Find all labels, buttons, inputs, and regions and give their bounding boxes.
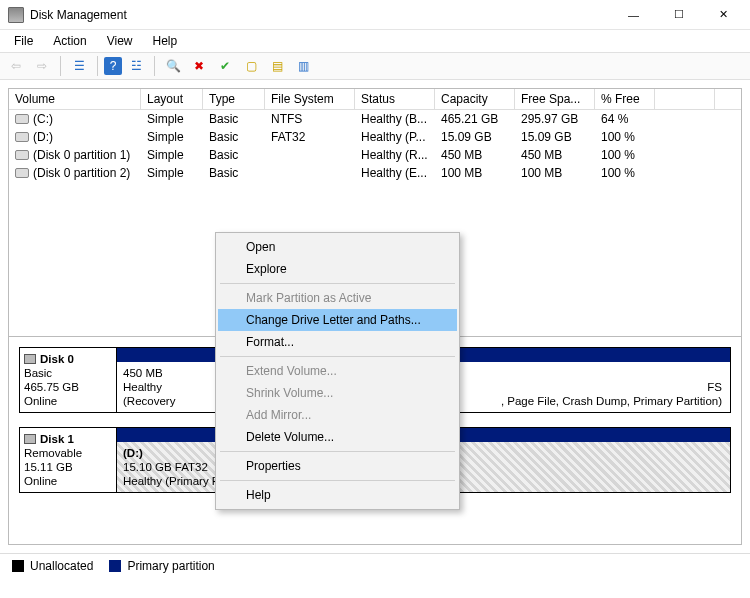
help-icon[interactable]: ?: [104, 57, 122, 75]
partition-header: [117, 348, 219, 362]
vol-layout: Simple: [141, 129, 203, 145]
disk-type: Removable: [24, 446, 112, 460]
cm-separator: [220, 283, 455, 284]
toolbar-separator: [97, 56, 98, 76]
vol-name: (Disk 0 partition 2): [33, 166, 130, 180]
toolbar-action-icon[interactable]: 🔍: [161, 54, 185, 78]
legend-primary: Primary partition: [109, 558, 214, 573]
cm-extend-volume[interactable]: Extend Volume...: [218, 360, 457, 382]
cm-format[interactable]: Format...: [218, 331, 457, 353]
vol-layout: Simple: [141, 111, 203, 127]
cm-add-mirror[interactable]: Add Mirror...: [218, 404, 457, 426]
vol-status: Healthy (B...: [355, 111, 435, 127]
menu-view[interactable]: View: [97, 32, 143, 50]
vol-capacity: 100 MB: [435, 165, 515, 181]
volume-row[interactable]: (D:) Simple Basic FAT32 Healthy (P... 15…: [9, 128, 741, 146]
vol-fs: [265, 147, 355, 163]
vol-layout: Simple: [141, 165, 203, 181]
toolbar-separator: [154, 56, 155, 76]
cm-mark-partition-active[interactable]: Mark Partition as Active: [218, 287, 457, 309]
vol-type: Basic: [203, 165, 265, 181]
vol-free: 295.97 GB: [515, 111, 595, 127]
volume-icon: [15, 114, 29, 124]
vol-pct: 100 %: [595, 147, 655, 163]
forward-button[interactable]: ⇨: [30, 54, 54, 78]
titlebar: Disk Management — ☐ ✕: [0, 0, 750, 30]
vol-type: Basic: [203, 147, 265, 163]
window-controls: — ☐ ✕: [611, 0, 746, 29]
vol-name: (Disk 0 partition 1): [33, 148, 130, 162]
col-capacity[interactable]: Capacity: [435, 89, 515, 109]
col-pctfree[interactable]: % Free: [595, 89, 655, 109]
toolbar-new-icon[interactable]: ▢: [239, 54, 263, 78]
app-icon: [8, 7, 24, 23]
col-status[interactable]: Status: [355, 89, 435, 109]
vol-pct: 100 %: [595, 165, 655, 181]
partition-size: 450 MB: [123, 366, 213, 380]
vol-free: 450 MB: [515, 147, 595, 163]
disk-type: Basic: [24, 366, 112, 380]
vol-fs: FAT32: [265, 129, 355, 145]
vol-type: Basic: [203, 129, 265, 145]
back-button[interactable]: ⇦: [4, 54, 28, 78]
delete-icon[interactable]: ✖: [187, 54, 211, 78]
vol-capacity: 465.21 GB: [435, 111, 515, 127]
cm-delete-volume[interactable]: Delete Volume...: [218, 426, 457, 448]
disk-state: Online: [24, 394, 112, 408]
cm-separator: [220, 451, 455, 452]
disk-icon: [24, 434, 36, 444]
legend: Unallocated Primary partition: [0, 553, 750, 577]
cm-properties[interactable]: Properties: [218, 455, 457, 477]
cm-change-drive-letter[interactable]: Change Drive Letter and Paths...: [218, 309, 457, 331]
toolbar-list-icon[interactable]: ▥: [291, 54, 315, 78]
disk-label[interactable]: Disk 1 Removable 15.11 GB Online: [19, 427, 117, 493]
col-volume[interactable]: Volume: [9, 89, 141, 109]
menu-action[interactable]: Action: [43, 32, 96, 50]
volume-row[interactable]: (C:) Simple Basic NTFS Healthy (B... 465…: [9, 110, 741, 128]
vol-status: Healthy (E...: [355, 165, 435, 181]
col-freespace[interactable]: Free Spa...: [515, 89, 595, 109]
volume-icon: [15, 150, 29, 160]
menu-help[interactable]: Help: [143, 32, 188, 50]
disk-size: 465.75 GB: [24, 380, 112, 394]
toolbar-separator: [60, 56, 61, 76]
volume-icon: [15, 132, 29, 142]
toolbar-check-icon[interactable]: ✔: [213, 54, 237, 78]
volume-row[interactable]: (Disk 0 partition 1) Simple Basic Health…: [9, 146, 741, 164]
col-layout[interactable]: Layout: [141, 89, 203, 109]
toolbar-show-hide[interactable]: ☰: [67, 54, 91, 78]
close-button[interactable]: ✕: [701, 0, 746, 29]
col-filesystem[interactable]: File System: [265, 89, 355, 109]
disk-label[interactable]: Disk 0 Basic 465.75 GB Online: [19, 347, 117, 413]
vol-type: Basic: [203, 111, 265, 127]
cm-open[interactable]: Open: [218, 236, 457, 258]
cm-shrink-volume[interactable]: Shrink Volume...: [218, 382, 457, 404]
volume-icon: [15, 168, 29, 178]
partition-box[interactable]: 450 MB Healthy (Recovery: [117, 348, 220, 412]
vol-pct: 100 %: [595, 129, 655, 145]
vol-capacity: 15.09 GB: [435, 129, 515, 145]
toolbar-settings-icon[interactable]: ☳: [124, 54, 148, 78]
disk-icon: [24, 354, 36, 364]
vol-free: 15.09 GB: [515, 129, 595, 145]
disk-size: 15.11 GB: [24, 460, 112, 474]
minimize-button[interactable]: —: [611, 0, 656, 29]
menu-file[interactable]: File: [4, 32, 43, 50]
disk-name: Disk 1: [40, 433, 74, 445]
col-blank[interactable]: [655, 89, 715, 109]
vol-fs: [265, 165, 355, 181]
cm-separator: [220, 356, 455, 357]
toolbar-edit-icon[interactable]: ▤: [265, 54, 289, 78]
toolbar: ⇦ ⇨ ☰ ? ☳ 🔍 ✖ ✔ ▢ ▤ ▥: [0, 52, 750, 80]
vol-name: (D:): [33, 130, 53, 144]
cm-help[interactable]: Help: [218, 484, 457, 506]
vol-status: Healthy (R...: [355, 147, 435, 163]
volume-rows: (C:) Simple Basic NTFS Healthy (B... 465…: [9, 110, 741, 182]
column-headers: Volume Layout Type File System Status Ca…: [9, 89, 741, 110]
col-type[interactable]: Type: [203, 89, 265, 109]
cm-explore[interactable]: Explore: [218, 258, 457, 280]
partition-status: Healthy (Recovery: [123, 380, 213, 408]
maximize-button[interactable]: ☐: [656, 0, 701, 29]
vol-status: Healthy (P...: [355, 129, 435, 145]
volume-row[interactable]: (Disk 0 partition 2) Simple Basic Health…: [9, 164, 741, 182]
